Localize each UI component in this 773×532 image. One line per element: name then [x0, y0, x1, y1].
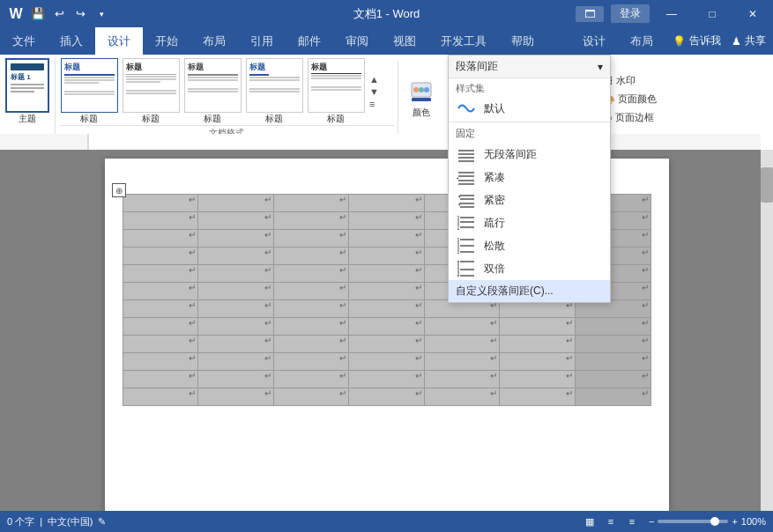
colors-button[interactable]: 颜色 — [402, 72, 441, 125]
share-text[interactable]: 共享 — [745, 33, 766, 48]
maximize-button[interactable]: □ — [692, 0, 732, 27]
watermark-label: 水印 — [616, 74, 635, 87]
table-cell: ↵ — [123, 388, 198, 406]
status-right: ▦ ≡ ≡ − + 100% — [580, 514, 766, 529]
vertical-scrollbar[interactable] — [761, 150, 773, 511]
s5sp — [311, 80, 361, 85]
zoom-plus-button[interactable]: + — [732, 516, 737, 527]
style-preview-1-body1 — [64, 77, 115, 78]
title-bar: W 💾 ↩ ↪ ▾ 文档1 - Word 🗖 登录 — □ ✕ — [0, 0, 773, 27]
dropdown-item-compact[interactable]: 紧凑 — [449, 166, 610, 188]
dropdown-openline-label: 疏行 — [484, 216, 505, 231]
style-scroll-up[interactable]: ▲ — [369, 74, 379, 85]
scrollbar-thumb[interactable] — [761, 167, 773, 203]
compact-icon — [456, 168, 477, 186]
style-item-2[interactable]: 标题 标题 — [121, 58, 181, 125]
dropdown-item-double[interactable]: 双倍 — [449, 257, 610, 280]
print-view-button[interactable]: ▦ — [580, 514, 599, 529]
svg-marker-32 — [458, 195, 460, 198]
style-item-1[interactable]: 标题 标题 — [59, 58, 119, 125]
dropdown-custom-spacing[interactable]: 自定义段落间距(C)... — [449, 280, 610, 302]
ribbon-minimize-icon[interactable]: 🗖 — [576, 6, 604, 22]
style-preview-1-line — [64, 74, 115, 76]
theme-main-button[interactable]: 标题 1 主题 — [5, 58, 49, 125]
window-controls: — □ ✕ — [651, 0, 773, 27]
dropdown-item-relaxed[interactable]: 松散 — [449, 234, 610, 257]
login-button[interactable]: 登录 — [611, 4, 650, 23]
s2b2 — [126, 78, 176, 80]
style-preview-3: 标题 — [184, 58, 242, 113]
style-item-5[interactable]: 标题 标题 — [306, 58, 366, 125]
table-cell: ↵ — [273, 248, 349, 265]
theme-preview-line3 — [11, 91, 34, 92]
zoom-control: − + 100% — [649, 516, 766, 527]
table-cell: ↵ — [500, 336, 576, 353]
close-button[interactable]: ✕ — [732, 0, 773, 27]
language-label: 中文(中国) — [48, 515, 93, 528]
word-icon: W — [7, 5, 25, 23]
table-cell: ↵ — [123, 283, 198, 300]
table-cell: ↵ — [123, 265, 198, 283]
zoom-slider[interactable] — [658, 520, 728, 523]
tab-developer[interactable]: 开发工具 — [428, 27, 499, 55]
theme-items: 标题 1 主题 — [5, 58, 49, 137]
svg-marker-38 — [457, 227, 459, 230]
web-view-button[interactable]: ≡ — [601, 514, 621, 529]
tab-file[interactable]: 文件 — [0, 27, 48, 55]
qa-dropdown-button[interactable]: ▾ — [92, 4, 111, 24]
style-preview-2-title: 标题 — [126, 62, 176, 73]
minimize-button[interactable]: — — [651, 0, 692, 27]
theme-preview-label: 标题 1 — [11, 72, 44, 82]
redo-button[interactable]: ↪ — [71, 4, 90, 24]
dropdown-divider-1 — [449, 122, 610, 122]
table-cell: ↵ — [349, 248, 425, 265]
style-preview-1-body4 — [64, 91, 115, 92]
style-item-4[interactable]: 标题 标题 — [244, 58, 304, 125]
tab-home[interactable]: 开始 — [143, 27, 190, 55]
tell-me-text[interactable]: 告诉我 — [689, 33, 721, 48]
tab-layout[interactable]: 布局 — [190, 27, 238, 55]
tab-insert[interactable]: 插入 — [48, 27, 95, 55]
theme-preview-title — [11, 63, 44, 70]
dropdown-item-tight[interactable]: 紧密 — [449, 188, 610, 211]
word-count: 0 个字 — [7, 515, 34, 528]
tab-mailings[interactable]: 邮件 — [286, 27, 333, 55]
tab-table-layout[interactable]: 布局 — [618, 27, 665, 55]
svg-marker-44 — [457, 252, 459, 254]
table-cell: ↵ — [273, 212, 349, 230]
read-view-button[interactable]: ≡ — [622, 514, 642, 529]
style-scroll-more[interactable]: ≡ — [369, 99, 379, 109]
double-icon — [456, 260, 477, 277]
style-label-5: 标题 — [327, 113, 345, 125]
style-scroll-down[interactable]: ▼ — [369, 86, 379, 97]
table-cell: ↵ — [198, 300, 274, 318]
s3line — [188, 74, 238, 76]
dropdown-item-default[interactable]: 默认 — [449, 97, 610, 120]
tab-references[interactable]: 引用 — [238, 27, 286, 55]
undo-button[interactable]: ↩ — [49, 4, 69, 24]
table-cell: ↵ — [500, 318, 576, 336]
dropdown-item-openline[interactable]: 疏行 — [449, 211, 610, 234]
tab-view[interactable]: 视图 — [381, 27, 428, 55]
dropdown-item-none[interactable]: 无段落间距 — [449, 143, 610, 166]
zoom-minus-button[interactable]: − — [649, 516, 654, 527]
table-move-handle[interactable]: ⊕ — [112, 183, 126, 197]
zoom-percent: 100% — [741, 516, 766, 527]
tab-review[interactable]: 审阅 — [333, 27, 381, 55]
style-item-3[interactable]: 标题 标题 — [182, 58, 242, 125]
table-cell: ↵ — [198, 283, 274, 300]
openline-icon — [456, 214, 477, 232]
svg-marker-27 — [457, 178, 458, 180]
table-cell: ↵ — [198, 388, 274, 406]
table-cell: ↵ — [123, 212, 198, 230]
s5b1 — [311, 75, 361, 77]
tab-help[interactable]: 帮助 — [499, 27, 546, 55]
s4b1 — [249, 77, 300, 78]
document-area: ⊕ ↵↵↵↵↵↵↵↵↵↵↵↵↵↵↵↵↵↵↵↵↵↵↵↵↵↵↵↵↵↵↵↵↵↵↵↵↵↵… — [0, 150, 773, 511]
save-button[interactable]: 💾 — [28, 4, 48, 24]
theme-main-label: 主题 — [19, 113, 36, 125]
tab-design[interactable]: 设计 — [95, 27, 143, 55]
zoom-thumb[interactable] — [710, 517, 719, 526]
dropdown-relaxed-label: 松散 — [484, 239, 505, 254]
tab-table-design[interactable]: 设计 — [570, 27, 618, 55]
